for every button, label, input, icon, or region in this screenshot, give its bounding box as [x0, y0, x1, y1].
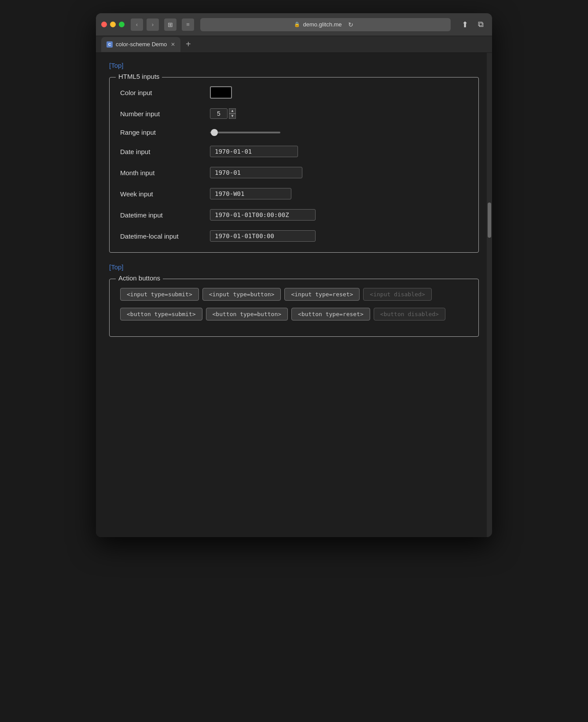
datetimelocal-input-label: Datetime-local input — [120, 232, 204, 240]
week-input-label: Week input — [120, 190, 204, 198]
menu-button[interactable]: ≡ — [182, 18, 194, 31]
range-track — [210, 132, 280, 133]
share-button[interactable]: ⬆ — [459, 18, 471, 31]
sidebar-button[interactable]: ⊞ — [164, 18, 176, 31]
scrollbar[interactable] — [487, 53, 492, 537]
spinner-up[interactable]: ▲ — [229, 108, 236, 114]
input-button-button[interactable]: <input type=button> — [202, 288, 281, 301]
reload-button[interactable]: ↻ — [345, 18, 357, 31]
number-input-wrapper: 5 ▲ ▼ — [210, 108, 236, 119]
month-input-row: Month input — [120, 167, 468, 178]
datetimelocal-input-row: Datetime-local input — [120, 230, 468, 242]
datetime-input-row: Datetime input — [120, 209, 468, 221]
action-buttons-section: Action buttons <input type=submit> <inpu… — [109, 279, 479, 337]
top-link-1[interactable]: [Top] — [109, 62, 124, 69]
active-tab[interactable]: C color-scheme Demo ✕ — [101, 37, 180, 52]
date-input[interactable] — [210, 146, 298, 157]
button-reset-button[interactable]: <button type=reset> — [291, 308, 370, 320]
top-link-2[interactable]: [Top] — [109, 263, 124, 271]
minimize-button[interactable] — [110, 22, 116, 27]
tab-title: color-scheme Demo — [116, 41, 167, 48]
input-button-group: <input type=submit> <input type=button> … — [120, 288, 468, 301]
html5-inputs-section: HTML5 inputs Color input Number input 5 … — [109, 77, 479, 253]
number-input-label: Number input — [120, 110, 204, 118]
range-input-row: Range input — [120, 129, 468, 136]
button-button-group: <button type=submit> <button type=button… — [120, 308, 468, 320]
button-button-button[interactable]: <button type=button> — [206, 308, 288, 320]
date-input-label: Date input — [120, 148, 204, 155]
page-content: [Top] HTML5 inputs Color input Number in… — [96, 53, 492, 537]
traffic-lights — [101, 22, 125, 27]
input-submit-button[interactable]: <input type=submit> — [120, 288, 199, 301]
back-button[interactable]: ‹ — [131, 18, 143, 31]
date-input-row: Date input — [120, 146, 468, 157]
close-button[interactable] — [101, 22, 107, 27]
address-bar[interactable]: 🔒 demo.glitch.me ↻ — [200, 18, 451, 31]
number-input[interactable]: 5 — [210, 108, 228, 119]
datetime-input-label: Datetime input — [120, 211, 204, 219]
action-section-title: Action buttons — [116, 274, 163, 282]
tab-bar: C color-scheme Demo ✕ + — [96, 36, 492, 53]
lock-icon: 🔒 — [294, 22, 300, 27]
forward-button[interactable]: › — [147, 18, 159, 31]
month-input[interactable] — [210, 167, 302, 178]
fullscreen-button[interactable] — [119, 22, 125, 27]
tab-favicon: C — [107, 41, 113, 48]
url-text: demo.glitch.me — [303, 21, 342, 28]
week-input[interactable] — [210, 188, 291, 199]
color-input[interactable] — [210, 86, 232, 99]
toolbar-right: ⬆ ⧉ — [459, 18, 487, 31]
html5-section-title: HTML5 inputs — [116, 73, 162, 80]
spinner-down[interactable]: ▼ — [229, 114, 236, 119]
input-disabled-button: <input disabled> — [363, 288, 431, 301]
new-window-button[interactable]: ⧉ — [474, 18, 487, 31]
range-input-label: Range input — [120, 129, 204, 136]
input-reset-button[interactable]: <input type=reset> — [284, 288, 360, 301]
color-input-row: Color input — [120, 86, 468, 99]
button-disabled-button: <button disabled> — [374, 308, 445, 320]
tab-close-button[interactable]: ✕ — [171, 41, 175, 48]
month-input-label: Month input — [120, 169, 204, 177]
new-tab-button[interactable]: + — [182, 39, 195, 49]
browser-window: ‹ › ⊞ ≡ 🔒 demo.glitch.me ↻ ⬆ ⧉ C color-s… — [96, 13, 492, 537]
number-input-row: Number input 5 ▲ ▼ — [120, 108, 468, 119]
datetime-input[interactable] — [210, 209, 316, 221]
color-input-label: Color input — [120, 89, 204, 96]
button-submit-button[interactable]: <button type=submit> — [120, 308, 202, 320]
number-spinner: ▲ ▼ — [229, 108, 236, 119]
title-bar: ‹ › ⊞ ≡ 🔒 demo.glitch.me ↻ ⬆ ⧉ — [96, 13, 492, 36]
week-input-row: Week input — [120, 188, 468, 199]
range-thumb[interactable] — [211, 129, 218, 136]
datetimelocal-input[interactable] — [210, 230, 316, 242]
scrollbar-thumb[interactable] — [488, 203, 491, 238]
